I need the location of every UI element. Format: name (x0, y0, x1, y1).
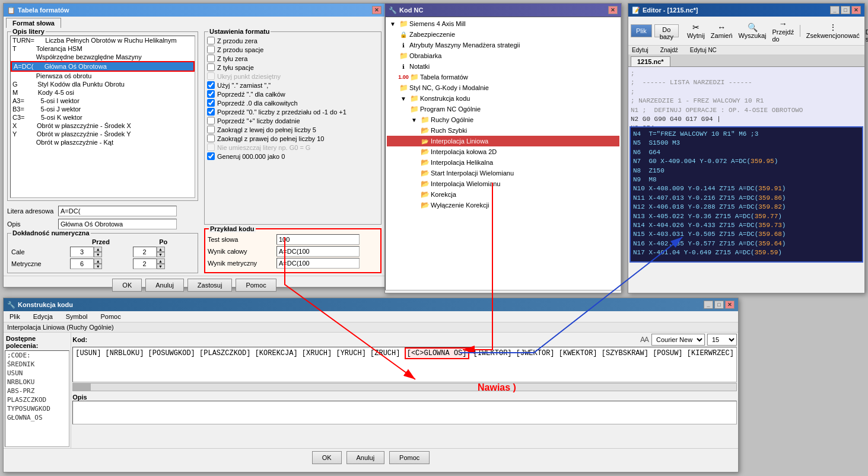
opis-input[interactable] (58, 219, 177, 229)
plik-btn[interactable]: Plik (631, 24, 652, 37)
zamien-btn[interactable]: ↔ Zamień (710, 21, 734, 40)
tree-item-interp-wiel[interactable]: 📂 Interpolacja Wielomianu (387, 178, 619, 189)
editor-min-btn[interactable]: _ (830, 6, 840, 14)
konstr-ok-btn[interactable]: OK (312, 451, 342, 464)
wynik-calowy-input[interactable] (276, 246, 360, 257)
kod-field[interactable]: [USUN] [NRBLOKU] [POSUWGKOD] [PLASZCZKOD… (72, 347, 737, 382)
cb-uzyj-kropka[interactable] (207, 81, 215, 89)
editor-file-tab[interactable]: 1215.nc* (631, 56, 670, 66)
dostepne-list[interactable]: ;CODE: ŚREDNIK USUN NRBLOKU ABS-PRZ PLAS… (5, 350, 69, 447)
tree-item-styl[interactable]: 📁 Styl NC, G-Kody i Modalnie (387, 82, 619, 93)
menu-pomoc[interactable]: Pomoc (97, 312, 124, 321)
metr-przed-input[interactable] (70, 258, 94, 269)
cale-przed-spinner[interactable]: ▲ ▼ (70, 247, 131, 257)
litera-adresowa-input[interactable] (58, 206, 177, 216)
menu-edycja[interactable]: Edycja (30, 312, 56, 321)
tree-item-ruchy[interactable]: ▼ 📁 Ruchy Ogólnie (387, 114, 619, 125)
list-item-b3[interactable]: B3= 5-osi J wektor (11, 105, 195, 113)
cmd-typosuw[interactable]: TYPOSUWGKOD (5, 404, 69, 413)
metr-po-down[interactable]: ▼ (157, 264, 165, 269)
konstr-anuluj-btn[interactable]: Anuluj (346, 451, 385, 464)
list-item-a3[interactable]: A3= 5-osi I wektor (11, 97, 195, 105)
cale-po-spinner[interactable]: ▲ ▼ (133, 247, 194, 257)
tabela-ok-btn[interactable]: OK (112, 279, 142, 292)
cb-poprzedz-0dot[interactable] (207, 108, 215, 116)
wynik-metryczny-input[interactable] (276, 258, 360, 269)
metr-po-up[interactable]: ▲ (157, 258, 165, 264)
do-bazy-btn[interactable]: Do bazy (654, 24, 679, 37)
cmd-usun[interactable]: USUN (5, 369, 69, 378)
konstr-max-btn[interactable]: □ (714, 301, 724, 309)
cb-zaokr10[interactable] (207, 135, 215, 142)
list-item-x[interactable]: X Obrót w płaszczyźnie - Środek X (11, 122, 195, 130)
cb-ztylu-zera[interactable] (207, 55, 215, 62)
przejdz-btn[interactable]: → Przejdź do (771, 18, 796, 44)
tree-item-interp-hel[interactable]: 📂 Interpolacja Helikalna (387, 157, 619, 168)
list-item-y[interactable]: Y Obrót w płaszczyźnie - Środek Y (11, 130, 195, 138)
cmd-abs-prz[interactable]: ABS-PRZ (5, 386, 69, 395)
cale-przed-up[interactable]: ▲ (94, 247, 102, 252)
cale-przed-input[interactable] (70, 247, 94, 257)
tabela-zastosuj-btn[interactable]: Zastosuj (187, 279, 233, 292)
wytnij-btn[interactable]: ✂ Wytnij (686, 21, 706, 40)
font-size-select[interactable]: 15 (707, 334, 737, 346)
konstr-min-btn[interactable]: _ (704, 301, 713, 309)
list-item-m[interactable]: M Kody 4-5 osi (11, 88, 195, 97)
kodnc-close-btn[interactable]: ✕ (608, 6, 618, 14)
metr-przed-down[interactable]: ▼ (94, 264, 102, 269)
cb-zaokr5[interactable] (207, 126, 215, 133)
tree-item-notatki[interactable]: ℹ Notatki (387, 61, 619, 72)
tree-item-obrabiarka[interactable]: 📁 Obrabiarka (387, 50, 619, 61)
konstr-pomoc-btn[interactable]: Pomoc (389, 451, 430, 464)
tree-item-atrybuty[interactable]: ℹ Atrybuty Maszyny Menadżera strategii (387, 40, 619, 50)
list-item-pierwsza[interactable]: Pierwsza oś obrotu (11, 72, 195, 80)
list-item-g[interactable]: G Styl Kodów dla Punktu Obrotu (11, 80, 195, 88)
kod-scrollbar[interactable] (72, 383, 737, 391)
tree-item-korekcja[interactable]: 📂 Korekcja (387, 189, 619, 200)
tree-item-siemens[interactable]: ▼ 📁 Siemens 4 Axis Mill (387, 18, 619, 29)
tree-item-program[interactable]: 📁 Program NC Ogólnie (387, 104, 619, 114)
cale-przed-down[interactable]: ▼ (94, 252, 102, 257)
cmd-glowna-os[interactable]: GŁOWNA_OS (5, 413, 69, 422)
cb-poprzedz-plus[interactable] (207, 117, 215, 124)
tabela-pomoc-btn[interactable]: Pomoc (236, 279, 276, 292)
tree-item-interp-kol[interactable]: 📂 Interpolacja kołowa 2D (387, 146, 619, 157)
menu-plik[interactable]: Plik (6, 312, 24, 321)
cmd-srednik[interactable]: ŚREDNIK (5, 360, 69, 369)
editor-close-btn[interactable]: ✕ (851, 6, 861, 14)
list-item-t[interactable]: T Tolerancja HSM (11, 44, 195, 53)
tree-item-zabezpieczenie[interactable]: 🔒 Zabezpieczenie (387, 29, 619, 40)
list-item-turn[interactable]: TURN= Liczba Pełnych Obrotów w Ruchu Hel… (11, 36, 195, 44)
cale-po-input[interactable] (133, 247, 157, 257)
cb-poprzedz-dot[interactable] (207, 90, 215, 98)
cmd-nrbloku[interactable]: NRBLOKU (5, 378, 69, 386)
font-name-select[interactable]: Courier New (651, 334, 705, 346)
cb-zprzodu-zera[interactable] (207, 37, 215, 44)
tree-item-tabela[interactable]: 1.00 📁 Tabela formatów (387, 72, 619, 82)
tree-item-start-interp[interactable]: 📂 Start Interpolacji Wielomianu (387, 168, 619, 178)
wyszukaj-btn[interactable]: 🔍 Wyszukaj (737, 21, 768, 40)
cb-generuj000[interactable] (207, 152, 215, 160)
konstr-close-btn[interactable]: ✕ (725, 301, 735, 309)
cale-po-up[interactable]: ▲ (157, 247, 165, 252)
metr-przed-up[interactable]: ▲ (94, 258, 102, 264)
cale-po-down[interactable]: ▼ (157, 252, 165, 257)
list-item-wspolrz[interactable]: Współrzędne bezwzględne Maszyny (11, 53, 195, 61)
cb-zprzodu-spacje[interactable] (207, 46, 215, 53)
cmd-plaszczkod[interactable]: PLASZCZKOD (5, 395, 69, 404)
cb-poprzedz-dot0[interactable] (207, 99, 215, 107)
tree-item-konstrukcja[interactable]: ▼ 📁 Konstrukcja kodu (387, 93, 619, 104)
list-item-kat[interactable]: Obrót w płaszczyźnie - Kąt (11, 138, 195, 146)
opis-textarea[interactable] (72, 401, 737, 424)
editor-max-btn[interactable]: □ (841, 6, 850, 14)
kodnc-treeview[interactable]: ▼ 📁 Siemens 4 Axis Mill 🔒 Zabezpieczenie… (385, 17, 621, 290)
format-slowa-tab[interactable]: Format słowa (6, 18, 61, 28)
tree-item-wylaczenie[interactable]: 📂 Wyłączenie Korekcji (387, 200, 619, 210)
metr-po-spinner[interactable]: ▲ ▼ (133, 258, 194, 269)
menu-symbol[interactable]: Symbol (62, 312, 91, 321)
list-item-adc[interactable]: A=DC( Główna Oś Obrotowa (11, 61, 195, 72)
tabela-close-btn[interactable]: ✕ (372, 6, 381, 14)
dodaj-sek-btn[interactable]: ➕ Dodaj sekwencję (864, 18, 868, 44)
metr-po-input[interactable] (133, 258, 157, 269)
test-slowa-input[interactable] (276, 234, 360, 245)
